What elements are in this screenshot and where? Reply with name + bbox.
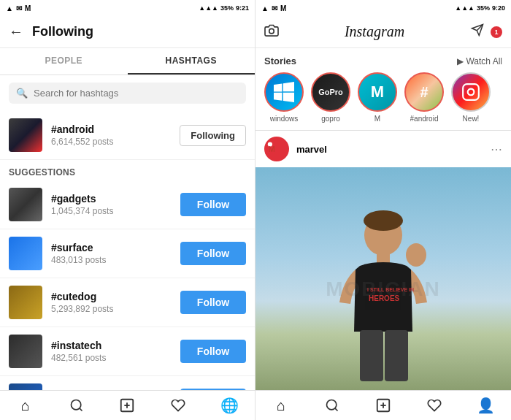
post-image: I STILL BELIEVE IN HEROES MOBICIAN [256,167,511,390]
gadgets-info: #gadgets 1,045,374 posts [51,193,180,216]
story-m[interactable]: M M [358,72,397,123]
left-status-icons: ▲ ✉ M [6,4,31,12]
hashtag-android-image [9,118,42,152]
gadgets-name: #gadgets [51,193,180,205]
post-header: M marvel ⋯ [256,131,511,167]
svg-rect-20 [385,330,408,381]
story-gopro[interactable]: GoPro gopro [311,72,350,123]
direct-icon[interactable] [470,23,485,40]
right-status-right: ▲▲▲ 35% 9:20 [455,4,505,12]
post-username[interactable]: marvel [296,144,491,155]
right-nav-likes[interactable] [409,397,460,414]
gadgets-posts: 1,045,374 posts [51,206,180,216]
right-nav-profile[interactable]: 👤 [460,397,511,414]
story-android[interactable]: # #android [404,72,444,123]
tab-people[interactable]: PEOPLE [0,48,128,75]
right-mail-icon: M [280,4,286,12]
hashtag-android-name: #android [51,123,180,135]
camera-icon[interactable] [264,23,279,40]
nav-home[interactable]: ⌂ [0,397,51,414]
instatech-info: #instatech 482,561 posts [51,340,180,363]
time-display: 9:21 [236,4,249,12]
story-gopro-avatar: GoPro [311,72,350,112]
post-more-button[interactable]: ⋯ [491,142,502,156]
story-new[interactable]: New! [451,72,491,123]
cutedog-thumb [9,286,42,319]
left-panel: ▲ ✉ M ▲▲▲ 35% 9:21 ← Following PEOPLE HA… [0,0,256,420]
follow-surface-button[interactable]: Follow [180,242,246,265]
right-signal-icon: ▲ [261,4,269,12]
following-button[interactable]: Following [180,125,246,146]
surface-thumb [9,237,42,270]
left-status-bar: ▲ ✉ M ▲▲▲ 35% 9:21 [0,0,255,16]
svg-text:M: M [269,145,275,153]
play-icon: ▶ [457,56,464,66]
left-bottom-nav: ⌂ 🌐 [0,390,255,420]
stories-list: windows GoPro gopro M M # #android [256,72,511,123]
signal-icon: ▲ [6,4,13,12]
svg-rect-19 [360,330,383,381]
tab-hashtags[interactable]: HASHTAGS [128,48,256,75]
follow-cutedog-button[interactable]: Follow [180,291,246,314]
surface-posts: 483,013 posts [51,255,180,265]
watermark: MOBICIAN [326,278,441,301]
suggestion-gadgets: #gadgets 1,045,374 posts Follow [0,180,255,229]
gamers-image [9,383,42,390]
story-windows[interactable]: windows [264,72,304,123]
suggestion-gamers: #gamers 3,355,123 posts Follow [0,376,255,390]
stories-title: Stories [264,56,296,66]
search-icon: 🔍 [16,88,28,99]
back-button[interactable]: ← [9,23,23,40]
svg-point-0 [71,400,80,410]
svg-point-5 [269,28,274,34]
svg-point-18 [406,243,426,267]
instagram-title: Instagram [345,23,404,40]
watch-all-button[interactable]: ▶ Watch All [457,56,502,66]
tabs-container: PEOPLE HASHTAGS [0,48,255,75]
right-header-actions: 1 [470,23,502,40]
right-nav-add[interactable] [358,397,409,414]
hashtag-list: #android 6,614,552 posts Following SUGGE… [0,111,255,390]
story-new-avatar [451,72,491,112]
right-panel: ▲ ✉ M ▲▲▲ 35% 9:20 Instagram 1 Stories [256,0,511,420]
surface-info: #surface 483,013 posts [51,242,180,265]
notification-badge: 1 [491,26,502,38]
right-battery: 35% [477,4,490,12]
story-android-avatar: # [404,72,444,112]
story-new-label: New! [463,115,480,123]
svg-point-21 [364,210,403,231]
story-m-label: M [374,115,380,123]
nav-explore[interactable]: 🌐 [204,397,255,414]
right-signal-strength: ▲▲▲ [455,4,474,12]
hashtag-android-posts: 6,614,552 posts [51,137,180,147]
followed-hashtag-item: #android 6,614,552 posts Following [0,111,255,160]
svg-line-23 [335,408,338,411]
nav-likes[interactable] [153,397,204,414]
gadgets-image [9,188,42,221]
left-header-icons [264,23,279,40]
cutedog-image [9,286,42,319]
search-input[interactable] [34,88,239,99]
surface-name: #surface [51,242,180,253]
battery-level: 35% [220,4,234,12]
nav-add[interactable] [102,397,153,414]
follow-gadgets-button[interactable]: Follow [180,193,246,216]
stories-header: Stories ▶ Watch All [256,56,511,72]
story-windows-label: windows [270,115,298,123]
mail-icon: M [25,4,31,12]
wifi-icon: ✉ [16,4,22,12]
right-bottom-nav: ⌂ 👤 [256,390,511,420]
cutedog-name: #cutedog [51,291,180,302]
right-header: Instagram 1 [256,16,511,48]
post-avatar: M [264,137,289,161]
right-nav-search[interactable] [307,397,358,414]
right-time: 9:20 [492,4,505,12]
surface-image [9,237,42,270]
left-status-right: ▲▲▲ 35% 9:21 [199,4,249,12]
search-bar: 🔍 [9,83,246,104]
follow-instatech-button[interactable]: Follow [180,340,246,363]
hashtag-android-thumb [9,118,42,152]
nav-search[interactable] [51,397,102,414]
right-nav-home[interactable]: ⌂ [256,397,307,414]
suggestion-surface: #surface 483,013 posts Follow [0,229,255,278]
